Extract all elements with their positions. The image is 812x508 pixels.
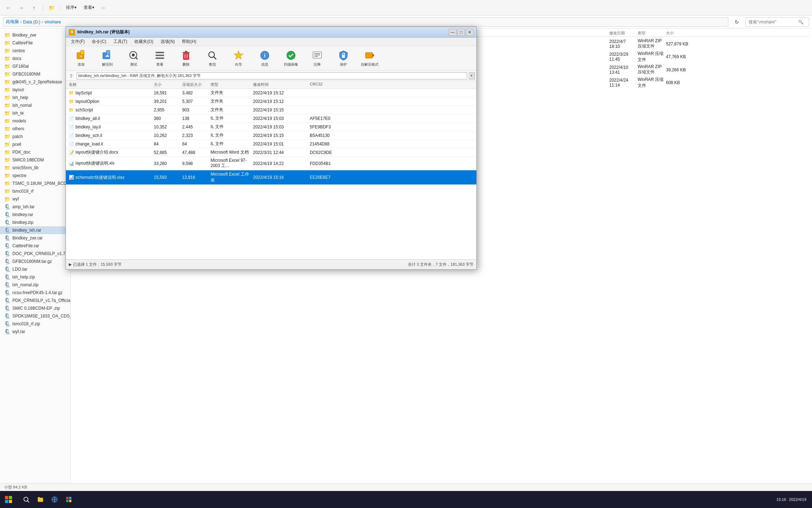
menu-tools[interactable]: 工具(T) [110,38,131,45]
sidebar-item-32[interactable]: 🗜️ lxh_nomal.zip [0,281,71,289]
col-type[interactable]: 类型 [638,31,666,36]
sidebar-item-29[interactable]: 🗜️ GFBC0180NM.tar.gz [0,258,71,265]
sidebar-item-9[interactable]: 📁 lxh_nomal [0,101,71,109]
sidebar-item-3[interactable]: 📁 docs [0,55,71,62]
toolbar-test[interactable]: 测试 [121,48,146,69]
sidebar-item-31[interactable]: 🗜️ lxh_help.zip [0,273,71,281]
sidebar-item-20[interactable]: 📁 tsmc018_rf [0,187,71,195]
taskbar-browser[interactable] [48,493,61,506]
fm-back-btn[interactable]: ← [3,2,14,13]
breadcrumb-vmshare[interactable]: vmshare [45,20,61,24]
sidebar-item-1[interactable]: 📁 CalibreFile [0,39,71,47]
fm-forward-btn[interactable]: → [16,2,27,13]
sidebar-item-16[interactable]: 📁 SMIC0.18BCDM [0,156,71,164]
sidebar-item-35[interactable]: 🗜️ SMIC 0.18BCDM-EP .zip [0,304,71,312]
col-compressed[interactable]: 压缩后大小 [182,82,211,87]
col-name[interactable]: 名称 [69,82,154,87]
sidebar-item-2[interactable]: 📁 centos [0,47,71,55]
sidebar-item-13[interactable]: 📁 patch [0,133,71,140]
table-row[interactable]: 📊 schematic快捷键说明.xlsx 15,593 12,816 Micr… [66,170,476,185]
toolbar-add[interactable]: + 添加 [69,48,94,69]
table-row[interactable]: 📄 bindkey_lay.il 10,352 2,445 IL 文件 2022… [66,123,476,131]
menu-options[interactable]: 选项(N) [157,38,179,45]
fm-search-box[interactable]: 🔍 [745,17,809,27]
sidebar-item-8[interactable]: 📁 lxh_help [0,94,71,101]
sidebar-item-26[interactable]: 🗜️ Bindkey_zwr.rar [0,234,71,242]
taskbar-search[interactable] [20,493,33,506]
taskbar-file-explorer[interactable] [34,493,47,506]
fm-breadcrumb[interactable]: 此电脑 › Data (D:) › vmshare [3,17,728,27]
toolbar-find[interactable]: 查找 [200,48,225,69]
fm-view-btn[interactable]: 查看▾ [81,3,97,12]
sidebar-item-11[interactable]: 📁 models [0,117,71,125]
sidebar-item-38[interactable]: 🗜️ wyf.rar [0,328,71,336]
table-row[interactable]: 📁 layScript 16,591 3,482 文件夹 2022/4/19 1… [66,89,476,97]
toolbar-scan[interactable]: 扫描病毒 [279,48,303,69]
sidebar-item-22[interactable]: 🗜️ amp_lxh.tar [0,203,71,211]
winrar-address-dropdown[interactable]: ▼ [469,72,475,79]
sidebar-item-7[interactable]: 📁 layout [0,86,71,94]
sidebar-item-25[interactable]: 🗜️ bindkey_lxh.rar [0,226,71,234]
toolbar-delete[interactable]: 删除 [174,48,198,69]
breadcrumb-data[interactable]: Data (D:) [23,20,40,24]
table-row[interactable]: 📊 layout快捷键说明.xls 33,280 9,598 Microsoft… [66,157,476,170]
sidebar-item-19[interactable]: 📁 TSMC_0.18UM_1P6M_BCD [0,180,71,187]
sidebar-item-23[interactable]: 🗜️ bindkey.rar [0,211,71,219]
table-row[interactable]: 📁 layoutOption 39,201 5,307 文件夹 2022/4/1… [66,97,476,106]
toolbar-info[interactable]: i 信息 [252,48,277,69]
col-size[interactable]: 大小 [154,82,182,87]
toolbar-sfx[interactable]: 自解压格式 [357,48,382,69]
fm-search-input[interactable] [749,20,798,24]
fm-up-btn[interactable]: ↑ [28,2,40,13]
sidebar-item-12[interactable]: 📁 others [0,125,71,133]
fm-refresh-btn[interactable]: ↻ [731,16,743,28]
menu-file[interactable]: 文件(F) [67,38,88,45]
sidebar-item-4[interactable]: 📁 GF180al [0,62,71,70]
menu-help[interactable]: 帮助(H) [178,38,200,45]
sidebar-item-27[interactable]: 🗜️ CalibreFile.rar [0,242,71,250]
close-button[interactable]: ✕ [466,29,474,36]
sidebar-item-21[interactable]: 📁 wyf [0,195,71,203]
toolbar-comment[interactable]: 注释 [305,48,330,69]
col-type[interactable]: 类型 [211,82,253,87]
col-crc[interactable]: CRC32 [310,82,352,87]
menu-command[interactable]: 命令(C) [88,38,110,45]
col-modified[interactable]: 修改时间 [253,82,310,87]
sidebar-item-34[interactable]: 🗜️ PDK_CRN6SLP_v1.7a_Official_IC61_20120… [0,297,71,304]
toolbar-extract[interactable]: 解压到 [95,48,120,69]
winrar-address-input[interactable] [77,72,467,79]
minimize-button[interactable]: — [449,29,457,36]
sidebar-item-37[interactable]: 🗜️ tsmc018_rf.zip [0,320,71,328]
fm-more-btn[interactable]: ··· [99,4,108,12]
toolbar-view[interactable]: 查看 [147,48,172,69]
table-row[interactable]: 📄 bindkey_all.il 360 138 IL 文件 2022/4/19… [66,114,476,123]
sidebar-item-15[interactable]: 📁 PDK_doc [0,148,71,156]
col-date[interactable]: 修改日期 [609,31,638,36]
sidebar-item-10[interactable]: 📁 lxh_te [0,109,71,117]
winrar-back-btn[interactable]: ⇧ [67,72,75,80]
toolbar-wizard[interactable]: 向导 [226,48,251,69]
col-size[interactable]: 大小 [666,31,709,36]
sidebar-item-6[interactable]: 📁 gdk045_v_2_0preRelease [0,78,71,86]
table-row[interactable]: 📝 layout快捷键介绍.docx 52,685 47,488 Microso… [66,148,476,157]
sidebar-item-0[interactable]: 📁 Bindkey_zwr [0,31,71,39]
sidebar-item-18[interactable]: 📁 spectre [0,172,71,180]
menu-favorites[interactable]: 收藏夹(O) [131,38,157,45]
sidebar-item-5[interactable]: 📁 GFBC0180NM [0,70,71,78]
breadcrumb-this-pc[interactable]: 此电脑 [6,19,19,25]
sidebar-item-17[interactable]: 📁 smic55nm_lib [0,164,71,172]
sidebar-item-30[interactable]: 🗜️ LDO.tar [0,265,71,273]
maximize-button[interactable]: □ [457,29,465,36]
table-row[interactable]: 📄 change_load.il 84 84 IL 文件 2022/4/19 1… [66,140,476,148]
fm-new-folder-btn[interactable]: 📁 [46,2,57,13]
sidebar-item-14[interactable]: 📁 pcell [0,140,71,148]
sidebar-item-28[interactable]: 🗜️ DOC_PDK_CRN6SLP_v1.7a_Official_IC61_2… [0,250,71,258]
table-row[interactable]: 📁 schScript 2,955 903 文件夹 2022/4/19 15:1… [66,106,476,114]
fm-sort-btn[interactable]: 排序▾ [63,3,79,12]
table-row[interactable]: 📄 bindkey_sch.il 10,262 2,323 IL 文件 2022… [66,131,476,140]
start-button[interactable] [0,491,17,508]
sidebar-item-24[interactable]: 🗜️ bindkey.zip [0,219,71,226]
sidebar-item-36[interactable]: 🗜️ SPDK18MSE_1833_OA_CDS_V1.11_4.tar.gz [0,312,71,320]
toolbar-protect[interactable]: 保护 [331,48,356,69]
taskbar-app4[interactable] [62,493,75,506]
